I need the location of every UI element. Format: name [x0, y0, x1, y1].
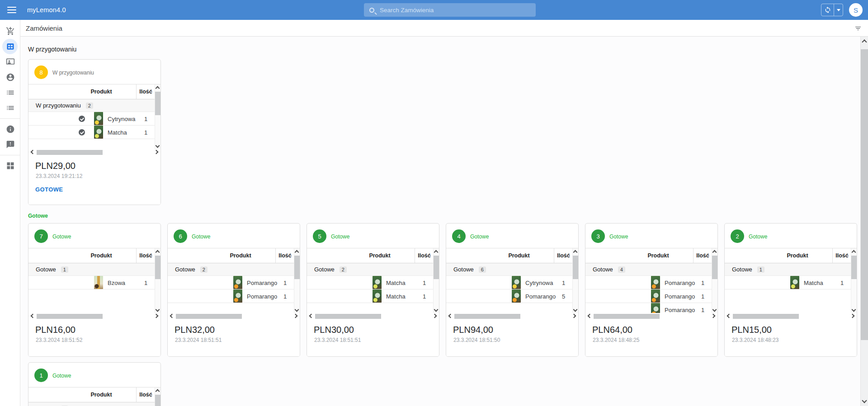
product-thumbnail: [373, 276, 382, 289]
group-label: Gotowe: [732, 266, 752, 273]
scroll-down-icon[interactable]: [156, 144, 160, 148]
scroll-up-icon[interactable]: [156, 86, 160, 91]
scroll-right-icon[interactable]: [572, 314, 576, 318]
page-scrollbar[interactable]: [860, 37, 868, 406]
menu-icon[interactable]: [7, 7, 16, 13]
scroll-up-icon[interactable]: [852, 250, 856, 255]
vertical-scroll-thumb[interactable]: [434, 256, 439, 279]
table-horizontal-scrollbar[interactable]: [585, 313, 717, 320]
scroll-down-icon[interactable]: [573, 308, 578, 312]
vertical-scroll-thumb[interactable]: [294, 256, 300, 279]
horizontal-scroll-thumb[interactable]: [315, 314, 381, 319]
scroll-right-icon[interactable]: [154, 314, 159, 318]
scroll-up-icon[interactable]: [573, 250, 578, 255]
sidebar-item-feedback[interactable]: [0, 137, 20, 152]
column-header-ilosc: Ilość: [554, 252, 573, 259]
sidebar-item-presentation[interactable]: [0, 54, 20, 70]
order-items-table: ProduktIlośćGotowe4Pomarango1Pomarango1P…: [585, 248, 717, 320]
order-items-table: ProduktIlośćGotowe2Matcha1Matcha1: [307, 248, 439, 320]
avatar[interactable]: S: [849, 3, 863, 17]
group-count-badge: 1: [61, 266, 68, 273]
topbar: myLemon4.0 S: [0, 0, 868, 20]
sidebar-item-orders-list[interactable]: [0, 85, 20, 100]
sidebar-item-products-list[interactable]: [0, 100, 20, 116]
table-vertical-scrollbar[interactable]: [155, 248, 160, 313]
table-horizontal-scrollbar[interactable]: [28, 149, 160, 156]
horizontal-scroll-thumb[interactable]: [733, 314, 799, 319]
product-quantity: 1: [136, 280, 155, 286]
scroll-down-icon[interactable]: [712, 308, 717, 312]
table-vertical-scrollbar[interactable]: [851, 248, 857, 313]
scroll-right-icon[interactable]: [433, 314, 437, 318]
scroll-left-icon[interactable]: [170, 314, 175, 318]
search-input[interactable]: [380, 7, 524, 14]
order-card-header: 2Gotowe: [725, 224, 857, 248]
product-quantity: 1: [275, 280, 294, 286]
horizontal-scroll-thumb[interactable]: [37, 150, 103, 155]
horizontal-scroll-thumb[interactable]: [594, 314, 660, 319]
scroll-down-icon[interactable]: [852, 308, 856, 312]
scroll-left-icon[interactable]: [309, 314, 314, 318]
scroll-left-icon[interactable]: [31, 314, 35, 318]
sync-dropdown-button[interactable]: [834, 4, 843, 16]
gotowe-button[interactable]: GOTOWE: [35, 186, 63, 193]
table-horizontal-scrollbar[interactable]: [446, 313, 578, 320]
filter-icon[interactable]: [854, 25, 862, 34]
table-horizontal-scrollbar[interactable]: [28, 313, 160, 320]
list-icon: [6, 88, 15, 97]
vertical-scroll-thumb[interactable]: [712, 256, 717, 279]
table-horizontal-scrollbar[interactable]: [307, 313, 439, 320]
table-vertical-scrollbar[interactable]: [155, 84, 160, 149]
scroll-right-icon[interactable]: [154, 150, 159, 154]
product-quantity: 1: [136, 129, 155, 136]
apps-grid-icon: [6, 161, 15, 170]
sidebar-item-info[interactable]: [0, 121, 20, 137]
vertical-scroll-thumb[interactable]: [155, 92, 160, 115]
table-vertical-scrollbar[interactable]: [572, 248, 578, 313]
scroll-right-icon[interactable]: [711, 314, 716, 318]
sync-button[interactable]: [821, 4, 834, 16]
scroll-up-icon[interactable]: [156, 250, 160, 255]
table-vertical-scrollbar[interactable]: [155, 387, 160, 406]
scroll-right-icon[interactable]: [293, 314, 298, 318]
scroll-left-icon[interactable]: [31, 150, 35, 154]
scroll-up-icon[interactable]: [295, 250, 299, 255]
product-row: Matcha1: [28, 126, 155, 139]
sidebar-item-orders-board[interactable]: [0, 39, 20, 54]
sidebar-item-account[interactable]: [0, 70, 20, 85]
table-vertical-scrollbar[interactable]: [433, 248, 439, 313]
scroll-left-icon[interactable]: [588, 314, 592, 318]
table-horizontal-scrollbar[interactable]: [168, 313, 300, 320]
order-card-footer: PLN16,0023.3.2024 18:51:52: [28, 325, 160, 356]
table-vertical-scrollbar[interactable]: [294, 248, 300, 313]
table-vertical-scrollbar[interactable]: [712, 248, 717, 313]
product-name: Matcha: [386, 280, 406, 286]
scroll-down-icon[interactable]: [295, 308, 299, 312]
product-thumbnail: [373, 289, 382, 303]
order-card: 7GotoweProduktIlośćGotowe1Bzowa1PLN16,00…: [28, 223, 161, 357]
scroll-right-icon[interactable]: [850, 314, 855, 318]
search-bar[interactable]: [364, 3, 536, 17]
scroll-left-icon[interactable]: [727, 314, 731, 318]
vertical-scroll-thumb[interactable]: [851, 256, 857, 279]
vertical-scroll-thumb[interactable]: [155, 256, 160, 279]
horizontal-scroll-thumb[interactable]: [454, 314, 520, 319]
vertical-scroll-thumb[interactable]: [573, 256, 578, 279]
scroll-left-icon[interactable]: [448, 314, 453, 318]
scroll-up-icon[interactable]: [156, 389, 160, 394]
horizontal-scroll-thumb[interactable]: [37, 314, 103, 319]
scroll-up-icon[interactable]: [434, 250, 439, 255]
scroll-down-icon[interactable]: [862, 398, 867, 403]
scroll-down-icon[interactable]: [434, 308, 439, 312]
scroll-up-icon[interactable]: [862, 39, 867, 44]
vertical-scroll-thumb[interactable]: [155, 395, 160, 406]
scroll-up-icon[interactable]: [712, 250, 717, 255]
scroll-thumb[interactable]: [861, 49, 868, 340]
scroll-down-icon[interactable]: [156, 308, 160, 312]
group-label: Gotowe: [175, 266, 195, 273]
table-horizontal-scrollbar[interactable]: [725, 313, 857, 320]
sidebar-item-add-order[interactable]: [0, 23, 20, 39]
horizontal-scroll-thumb[interactable]: [176, 314, 242, 319]
sidebar-item-apps[interactable]: [0, 158, 20, 173]
product-thumbnail: [512, 276, 521, 289]
